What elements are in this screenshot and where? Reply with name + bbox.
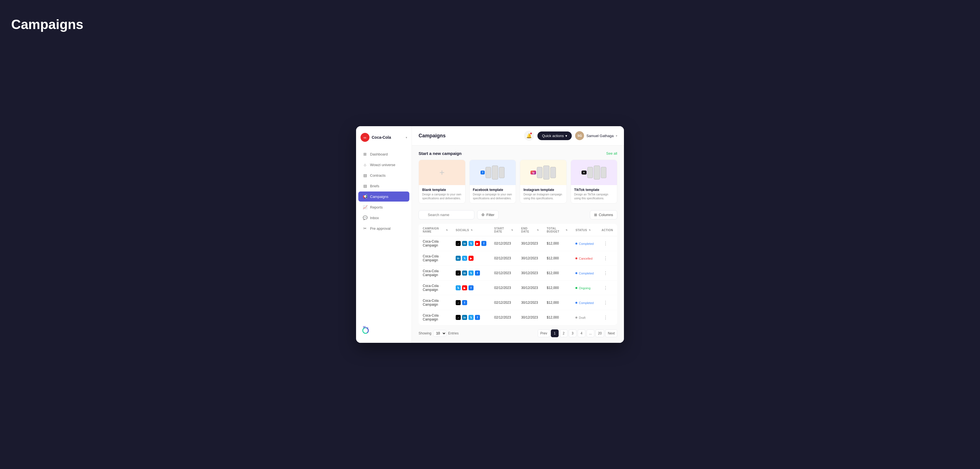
notification-button[interactable]: 🔔 <box>524 131 534 141</box>
sidebar-item-wowzi-universe[interactable]: ⌂ Wowzi universe <box>358 160 409 170</box>
template-name-blank: Blank template <box>422 188 462 192</box>
content-area: Start a new campaign See all + Blank tem… <box>412 145 624 343</box>
sidebar-item-briefs[interactable]: ▤ Briefs <box>358 181 409 191</box>
brand-chevron-icon: ▾ <box>406 136 407 139</box>
sort-icon: ⇅ <box>471 229 473 231</box>
quick-actions-label: Quick actions <box>542 134 564 138</box>
th-end-date[interactable]: END DATE ⇅ <box>517 224 543 236</box>
sidebar-item-dashboard[interactable]: ⊞ Dashboard <box>358 149 409 159</box>
status-badge: Draft <box>575 316 585 319</box>
wowzi-universe-icon: ⌂ <box>363 163 367 167</box>
linkedin-icon: in <box>462 315 467 320</box>
page-ellipsis: ... <box>587 329 594 337</box>
search-input[interactable] <box>418 210 474 219</box>
blank-template-preview: + <box>419 160 465 185</box>
facebook-icon: f <box>475 271 480 276</box>
page-20-button[interactable]: 20 <box>595 329 604 337</box>
facebook-phones-mock: f <box>478 160 507 185</box>
sidebar-item-campaigns[interactable]: 📢 Campaigns <box>358 191 409 201</box>
table-row: Coca-Cola Campaign♪in𝕏f02/12/202330/12/2… <box>419 266 617 281</box>
action-cell: ⋮ <box>598 266 617 281</box>
filter-button[interactable]: ⚙ Filter <box>477 210 499 219</box>
page-2-button[interactable]: 2 <box>560 329 568 337</box>
sidebar-item-contracts[interactable]: ▤ Contracts <box>358 170 409 180</box>
tiktok-phones-mock: tt <box>579 160 609 185</box>
status-badge: Cancelled <box>575 257 592 260</box>
template-card-instagram[interactable]: ig Instagram template Design an Instagra… <box>520 160 567 204</box>
user-profile[interactable]: SG Samuel Gathaga ▾ <box>575 131 617 140</box>
notification-dot <box>530 132 532 134</box>
search-wrapper: 🔍 <box>418 210 474 219</box>
phone-mock-ig-tall <box>543 166 549 180</box>
page-title: Campaigns <box>418 133 445 139</box>
row-action-button[interactable]: ⋮ <box>601 300 609 306</box>
youtube-icon: ▶ <box>469 256 474 261</box>
th-socials[interactable]: SOCIALS ⇅ <box>452 224 490 236</box>
pagination-area: Showing 10 25 50 Entries Prev 1 2 3 4 ..… <box>418 329 617 337</box>
template-card-facebook[interactable]: f Facebook template Design a campaign to… <box>469 160 516 204</box>
start-date-cell: 02/12/2023 <box>490 310 517 325</box>
th-status[interactable]: STATUS ⇅ <box>571 224 597 236</box>
entries-select[interactable]: 10 25 50 <box>433 330 447 337</box>
socials-cell: in𝕏▶ <box>452 251 490 266</box>
th-total-budget[interactable]: TOTAL BUDGET ⇅ <box>543 224 571 236</box>
page-4-button[interactable]: 4 <box>578 329 585 337</box>
template-card-tiktok[interactable]: tt TikTok template Design an TikTok camp… <box>571 160 617 204</box>
campaign-name-cell: Coca-Cola Campaign <box>419 295 452 310</box>
row-action-button[interactable]: ⋮ <box>601 240 609 247</box>
templates-section-header: Start a new campaign See all <box>418 151 617 156</box>
columns-button[interactable]: ⊞ Columns <box>590 210 617 219</box>
end-date-cell: 30/12/2023 <box>517 281 543 295</box>
th-campaign-name[interactable]: CAMPAIGN NAME ⇅ <box>419 224 452 236</box>
sidebar-item-pre-approval[interactable]: ✂ Pre approval <box>358 223 409 233</box>
header: Campaigns 🔔 Quick actions ▾ SG Samuel Ga… <box>412 126 624 145</box>
table-header-row: CAMPAIGN NAME ⇅ SOCIALS ⇅ <box>419 224 617 236</box>
status-badge: Completed <box>575 272 593 275</box>
status-badge: Completed <box>575 301 593 305</box>
facebook-icon: f <box>475 315 480 320</box>
row-action-button[interactable]: ⋮ <box>601 255 609 262</box>
quick-actions-button[interactable]: Quick actions ▾ <box>538 131 572 140</box>
svg-text:zz: zz <box>366 326 368 329</box>
prev-page-button[interactable]: Prev <box>538 329 550 337</box>
tiktok-template-preview: tt <box>571 160 617 185</box>
sidebar-item-inbox[interactable]: 💬 Inbox <box>358 213 409 223</box>
row-action-button[interactable]: ⋮ <box>601 314 609 321</box>
campaign-name-cell: Coca-Cola Campaign <box>419 266 452 281</box>
status-cell: Draft <box>571 310 597 325</box>
template-card-blank[interactable]: + Blank template Design a campaign to yo… <box>418 160 465 204</box>
campaign-name-cell: Coca-Cola Campaign <box>419 236 452 251</box>
th-start-date[interactable]: START DATE ⇅ <box>490 224 517 236</box>
row-action-button[interactable]: ⋮ <box>601 270 609 276</box>
linkedin-icon: in <box>462 241 467 246</box>
svg-text:W: W <box>363 326 366 329</box>
end-date-cell: 30/12/2023 <box>517 251 543 266</box>
page-3-button[interactable]: 3 <box>569 329 576 337</box>
table-row: Coca-Cola Campaign𝕏▶f02/12/202330/12/202… <box>419 281 617 295</box>
template-desc-instagram: Design an Instagram campaign using this … <box>523 193 563 201</box>
status-dot-icon <box>575 317 578 319</box>
user-chevron-icon: ▾ <box>616 134 617 137</box>
sort-icon: ⇅ <box>446 229 448 231</box>
user-name: Samuel Gathaga <box>586 134 614 138</box>
phone-mock <box>485 167 491 178</box>
sidebar-item-reports[interactable]: 📈 Reports <box>358 202 409 212</box>
tiktok-icon: ♪ <box>456 315 461 320</box>
phone-mock-2 <box>499 167 504 178</box>
status-cell: Ongoing <box>571 281 597 295</box>
sidebar-item-label: Wowzi universe <box>370 163 395 167</box>
sidebar-item-label: Contracts <box>370 173 386 177</box>
tiktok-icon: ♪ <box>456 241 461 246</box>
twitter-icon: 𝕏 <box>469 241 474 246</box>
table-toolbar: 🔍 ⚙ Filter ⊞ Columns <box>418 210 617 219</box>
row-action-button[interactable]: ⋮ <box>601 285 609 291</box>
start-date-cell: 02/12/2023 <box>490 281 517 295</box>
briefs-icon: ▤ <box>363 184 367 188</box>
phone-mock-tall <box>492 166 498 180</box>
brand-area[interactable]: CC Coca-Cola ▾ <box>356 131 412 146</box>
template-desc-blank: Design a campaign to your own specificat… <box>422 193 462 201</box>
reports-icon: 📈 <box>363 205 367 209</box>
page-1-button[interactable]: 1 <box>551 329 558 337</box>
next-page-button[interactable]: Next <box>605 329 617 337</box>
see-all-link[interactable]: See all <box>606 151 617 155</box>
